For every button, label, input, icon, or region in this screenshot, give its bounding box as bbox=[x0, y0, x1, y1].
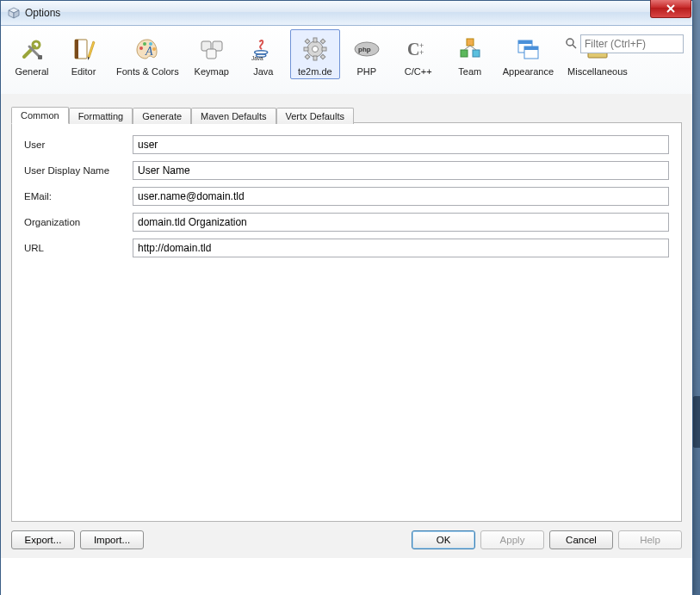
php-logo-icon: php bbox=[353, 35, 381, 63]
svg-text:php: php bbox=[358, 46, 371, 53]
tab-formatting[interactable]: Formatting bbox=[69, 108, 133, 124]
close-icon bbox=[666, 4, 676, 13]
category-c-cpp[interactable]: C + + C/C++ bbox=[393, 29, 443, 79]
category-label: PHP bbox=[356, 66, 376, 77]
label-user: User bbox=[24, 139, 133, 150]
category-label: Editor bbox=[71, 66, 96, 77]
svg-line-39 bbox=[464, 46, 470, 50]
desktop-edge bbox=[692, 0, 700, 595]
svg-rect-29 bbox=[305, 54, 310, 59]
svg-point-22 bbox=[312, 46, 318, 53]
svg-point-13 bbox=[152, 47, 156, 51]
category-te2m[interactable]: te2m.de bbox=[290, 29, 340, 79]
category-general[interactable]: General bbox=[7, 29, 57, 79]
svg-rect-36 bbox=[467, 39, 474, 46]
filter-input[interactable] bbox=[580, 34, 684, 53]
export-button[interactable]: Export... bbox=[11, 530, 75, 549]
svg-point-10 bbox=[139, 46, 143, 50]
category-java[interactable]: Java Java bbox=[238, 29, 288, 79]
import-button[interactable]: Import... bbox=[80, 530, 144, 549]
svg-rect-42 bbox=[518, 40, 532, 44]
svg-rect-26 bbox=[322, 47, 326, 51]
category-label: Java bbox=[253, 66, 273, 77]
options-body: Common Formatting Generate Maven Default… bbox=[1, 94, 692, 558]
row-user: User bbox=[24, 135, 669, 154]
row-url: URL bbox=[24, 239, 669, 257]
category-label: Keymap bbox=[195, 66, 229, 77]
category-label: Appearance bbox=[503, 66, 554, 77]
tab-page-common: User User Display Name EMail: Organizati… bbox=[11, 122, 682, 522]
svg-text:+: + bbox=[419, 48, 424, 57]
filter-box bbox=[565, 34, 684, 53]
java-logo-icon: Java bbox=[250, 35, 277, 63]
category-toolbar: General Editor bbox=[1, 26, 692, 97]
svg-rect-27 bbox=[305, 39, 310, 44]
palette-letter-icon: A bbox=[133, 35, 161, 63]
input-organization[interactable] bbox=[133, 213, 669, 232]
svg-text:C: C bbox=[407, 40, 419, 59]
svg-rect-24 bbox=[313, 56, 317, 60]
window-title: Options bbox=[25, 7, 60, 19]
label-user-display-name: User Display Name bbox=[24, 165, 133, 176]
svg-rect-17 bbox=[207, 49, 216, 59]
windows-overlap-icon bbox=[514, 35, 542, 63]
category-fonts-colors[interactable]: A Fonts & Colors bbox=[110, 29, 185, 79]
tab-common[interactable]: Common bbox=[11, 107, 69, 124]
keyboard-keys-icon bbox=[198, 35, 226, 63]
svg-rect-6 bbox=[38, 55, 42, 59]
team-cubes-icon bbox=[456, 35, 484, 63]
desktop-edge-blob bbox=[692, 396, 700, 448]
search-icon bbox=[565, 37, 577, 52]
tab-maven-defaults[interactable]: Maven Defaults bbox=[191, 108, 276, 124]
row-organization: Organization bbox=[24, 213, 669, 232]
svg-point-5 bbox=[33, 41, 40, 48]
notebook-pencil-icon bbox=[70, 35, 97, 63]
gear-icon bbox=[301, 35, 329, 63]
category-team[interactable]: Team bbox=[445, 29, 495, 79]
svg-point-49 bbox=[567, 39, 573, 46]
row-user-display-name: User Display Name bbox=[24, 161, 669, 180]
category-appearance[interactable]: Appearance bbox=[497, 29, 560, 79]
c-cpp-icon: C + + bbox=[405, 35, 432, 63]
cancel-button[interactable]: Cancel bbox=[549, 530, 613, 549]
input-user[interactable] bbox=[133, 135, 669, 154]
svg-rect-28 bbox=[320, 39, 325, 44]
app-icon bbox=[8, 7, 20, 19]
svg-rect-37 bbox=[461, 50, 468, 57]
row-email: EMail: bbox=[24, 187, 669, 206]
svg-rect-23 bbox=[313, 38, 317, 42]
category-php[interactable]: php PHP bbox=[342, 29, 392, 79]
dialog-button-bar: Export... Import... OK Apply Cancel Help bbox=[11, 527, 682, 553]
category-label: General bbox=[15, 66, 48, 77]
tab-generate[interactable]: Generate bbox=[133, 108, 191, 124]
ok-button[interactable]: OK bbox=[412, 530, 475, 549]
input-email[interactable] bbox=[133, 187, 669, 206]
category-keymap[interactable]: Keymap bbox=[187, 29, 237, 79]
svg-rect-8 bbox=[75, 40, 78, 59]
input-url[interactable] bbox=[133, 239, 669, 257]
svg-rect-44 bbox=[524, 46, 538, 50]
svg-text:A: A bbox=[145, 45, 153, 58]
input-user-display-name[interactable] bbox=[133, 161, 669, 180]
tab-vertx-defaults[interactable]: Vertx Defaults bbox=[276, 108, 354, 124]
category-label: Miscellaneous bbox=[567, 66, 628, 77]
category-label: Fonts & Colors bbox=[116, 66, 179, 77]
apply-button[interactable]: Apply bbox=[480, 530, 544, 549]
title-bar[interactable]: Options bbox=[1, 1, 692, 26]
svg-line-50 bbox=[573, 45, 576, 48]
wrench-screwdriver-icon bbox=[18, 35, 46, 63]
tab-strip: Common Formatting Generate Maven Default… bbox=[11, 104, 682, 123]
svg-rect-30 bbox=[320, 54, 325, 59]
svg-text:Java: Java bbox=[251, 55, 263, 61]
close-button[interactable] bbox=[650, 0, 691, 18]
category-label: C/C++ bbox=[405, 66, 432, 77]
category-editor[interactable]: Editor bbox=[59, 29, 108, 79]
svg-line-40 bbox=[470, 46, 476, 50]
svg-rect-38 bbox=[473, 50, 480, 57]
label-organization: Organization bbox=[24, 217, 133, 227]
label-email: EMail: bbox=[24, 191, 133, 201]
label-url: URL bbox=[24, 243, 133, 253]
options-window: Options General bbox=[0, 0, 693, 595]
help-button[interactable]: Help bbox=[618, 530, 682, 549]
category-label: Team bbox=[458, 66, 481, 77]
